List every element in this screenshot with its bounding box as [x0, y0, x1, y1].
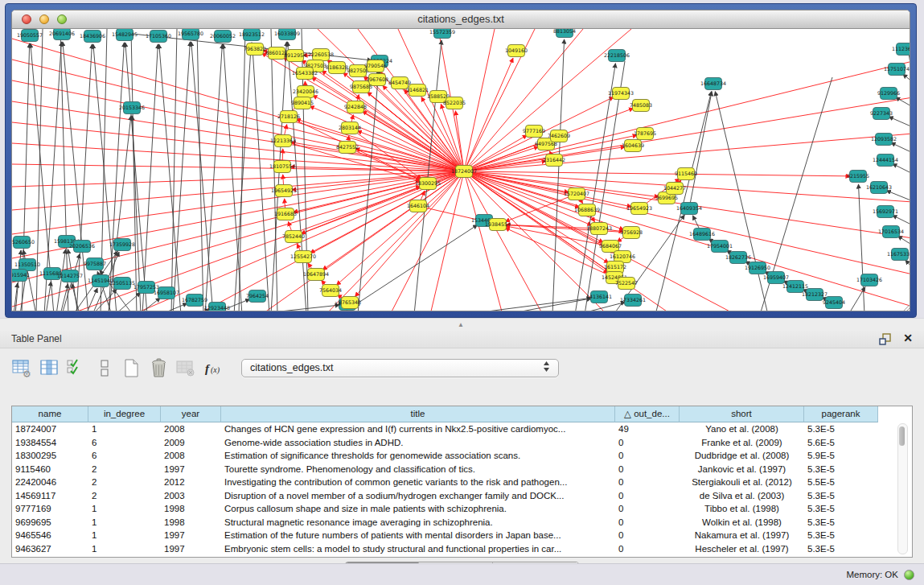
table-row[interactable]: 969969511998Structural magnetic resonanc… [12, 516, 912, 529]
table-toolbar: ⚙f(x) citations_edges.txt [11, 356, 559, 380]
graph-node-label: 2803144 [339, 125, 361, 130]
table-mode-button[interactable]: ⚙ [11, 357, 33, 379]
column-header-short[interactable]: short [680, 406, 804, 422]
create-column-button[interactable] [121, 357, 142, 379]
row-height-button[interactable] [93, 357, 115, 379]
column-header-in_degree[interactable]: in_degree [88, 406, 161, 422]
graph-node-label: 18107554 [269, 163, 295, 169]
table-row[interactable]: 2242004622012Investigating the contribut… [12, 476, 912, 489]
cell-name: 9699695 [12, 516, 88, 529]
network-canvas[interactable]: 1905055720691406184369061548294517105360… [12, 29, 910, 311]
graph-edge [250, 305, 339, 311]
graph-node-label: 17359928 [109, 241, 135, 247]
cell-short: de Silva et al. (2003) [680, 489, 804, 503]
cell-in_degree: 2 [88, 476, 161, 489]
show-columns-button[interactable] [39, 357, 60, 379]
cell-pagerank: 5.3E-5 [804, 489, 878, 503]
splitter-handle[interactable]: ▲ [457, 322, 465, 328]
table-row[interactable]: 1872400712008Changes of HCN gene express… [12, 422, 912, 436]
float-panel-icon[interactable] [878, 332, 892, 346]
table-row[interactable]: 1938455462009Genome-wide association stu… [12, 436, 912, 450]
table-panel: Table Panel ✕ ⚙f(x) citations_edges.txt … [0, 331, 924, 563]
graph-edge [577, 303, 625, 311]
graph-edge [205, 44, 222, 311]
graph-node-label: 9115460 [675, 171, 697, 176]
table-scrollbar[interactable] [897, 423, 908, 554]
column-header-title[interactable]: title [221, 406, 615, 422]
window-title: citations_edges.txt [12, 13, 910, 25]
delete-column-button[interactable] [148, 357, 170, 379]
memory-indicator[interactable] [904, 570, 914, 580]
graph-node-label: 9146821 [406, 87, 429, 93]
graph-edge [910, 56, 910, 61]
graph-node-label: 11974343 [608, 90, 634, 96]
table-row[interactable]: 1456911722003Disruption of a novel membe… [12, 489, 912, 503]
graph-edge [310, 171, 464, 253]
close-panel-icon[interactable]: ✕ [903, 332, 913, 344]
column-header-year[interactable]: year [161, 406, 221, 422]
column-header-name[interactable]: name [12, 406, 88, 422]
cell-pagerank: 5.3E-5 [804, 422, 878, 436]
graph-node-label: 7852440 [282, 233, 305, 239]
graph-edge [12, 171, 464, 307]
graph-node-label: 22260538 [308, 51, 334, 57]
cell-year: 2009 [161, 436, 221, 450]
column-header-pagerank[interactable]: pagerank [804, 406, 878, 422]
cell-in_degree: 2 [88, 463, 161, 476]
graph-node-label: 1049160 [505, 47, 528, 53]
graph-node-label: 17334261 [620, 297, 646, 303]
cell-out_degree: 0 [615, 449, 680, 463]
graph-node-label: 19384554 [485, 221, 511, 227]
network-window-titlebar[interactable]: citations_edges.txt [12, 10, 910, 29]
graph-node-label: 8454749 [388, 80, 411, 85]
graph-node-label: 14136141 [586, 294, 612, 299]
graph-edge [906, 260, 910, 268]
graph-node-label: 16210643 [866, 184, 892, 190]
table-row[interactable]: 1830029562008Estimation of significance … [12, 449, 912, 463]
table-row[interactable]: 911546021997Tourette syndrome. Phenomeno… [12, 463, 912, 476]
graph-edge [197, 29, 203, 311]
graph-node-label: 17105360 [146, 33, 171, 39]
graph-node-label: 17016534 [878, 229, 904, 234]
graph-node-label: 9245404 [823, 299, 845, 305]
graph-node-label: 2967608 [366, 76, 388, 82]
graph-node-label: 7564034 [319, 287, 342, 293]
graph-node-label: 20691406 [49, 31, 75, 36]
table-row[interactable]: 946362711997Embryonic stem cells: a mode… [12, 542, 912, 556]
panel-splitter[interactable]: ▲ [0, 318, 924, 331]
graph-edge [504, 299, 591, 311]
scrollbar-thumb[interactable] [899, 426, 905, 446]
cell-in_degree: 1 [88, 529, 161, 542]
graph-edge [462, 298, 591, 311]
cell-short: Tibbo et al. (1998) [680, 502, 804, 516]
cell-title: Estimation of significance thresholds fo… [221, 449, 615, 463]
column-header-out_degree[interactable]: △ out_de... [615, 406, 680, 422]
graph-edge [893, 216, 910, 226]
cell-year: 1997 [161, 463, 221, 476]
cell-out_degree: 0 [615, 476, 680, 489]
graph-node-label: 1044277 [663, 185, 686, 191]
graph-node-label: 12444154 [873, 157, 898, 163]
function-builder-button[interactable]: f(x) [203, 357, 224, 379]
cell-in_degree: 1 [88, 422, 161, 436]
graph-node-label: 7522547 [615, 280, 638, 286]
graph-node-label: 19050557 [17, 32, 43, 38]
table-row[interactable]: 977716911998Corpus callosum shape and si… [12, 502, 912, 516]
cell-name: 9465546 [12, 529, 88, 542]
table-row[interactable]: 946554611997Estimation of the future num… [12, 529, 912, 542]
cell-pagerank: 5.3E-5 [804, 529, 878, 542]
graph-node-label: 12554270 [290, 253, 316, 259]
cell-short: Franke et al. (2009) [680, 436, 804, 450]
cell-year: 1997 [161, 542, 221, 556]
graph-node-label: 2316442 [543, 157, 565, 163]
graph-edge [464, 61, 910, 171]
graph-edge [464, 29, 495, 171]
memory-status-label: Memory: OK [846, 570, 898, 579]
graph-edge [464, 134, 910, 171]
graph-edge [848, 287, 865, 311]
svg-text:⚙: ⚙ [23, 369, 31, 379]
table-source-select[interactable]: citations_edges.txt [241, 359, 559, 377]
graph-node-label: 18807243 [586, 225, 612, 231]
select-columns-button[interactable] [66, 357, 88, 379]
graph-node-label: 11675334 [887, 251, 910, 257]
